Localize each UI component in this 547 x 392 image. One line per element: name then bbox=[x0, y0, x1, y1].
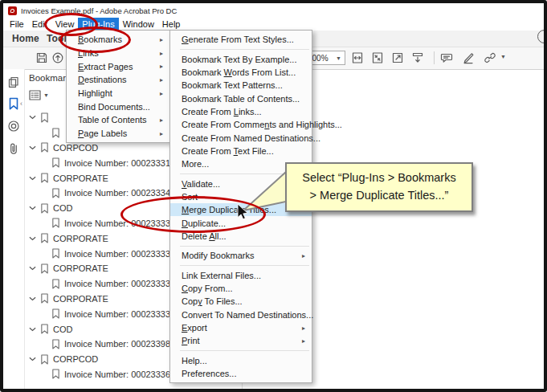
chevron-expand-icon[interactable] bbox=[29, 266, 36, 271]
menu-item-help[interactable]: Help... bbox=[170, 354, 312, 367]
bookmark-title: CORPCOD bbox=[53, 354, 98, 364]
menu-item-modify-bookmarks[interactable]: Modify Bookmarks▸ bbox=[170, 249, 312, 262]
highlight-pen-icon[interactable] bbox=[462, 51, 475, 64]
menubar-view[interactable]: View bbox=[51, 18, 79, 31]
bookmark-icon bbox=[40, 263, 49, 274]
chevron-expand-icon[interactable] bbox=[29, 176, 36, 181]
submenu-arrow-icon: ▸ bbox=[160, 63, 163, 70]
menu-item-delete-all[interactable]: Delete All... bbox=[170, 230, 312, 243]
bookmark-title: COD bbox=[53, 325, 72, 334]
menu-item-export[interactable]: Export▸ bbox=[170, 321, 312, 334]
submenu-arrow-icon: ▸ bbox=[160, 76, 163, 84]
bookmark-options-button[interactable]: ▼ bbox=[29, 90, 49, 100]
menu-item-bind-documents[interactable]: Bind Documents... bbox=[67, 100, 169, 113]
search-icon[interactable] bbox=[537, 30, 547, 43]
menu-separator bbox=[180, 49, 309, 50]
menu-item-bookmarks[interactable]: Bookmarks▸ bbox=[67, 33, 169, 47]
submenu-arrow-icon: ▸ bbox=[160, 130, 163, 137]
attachments-icon[interactable] bbox=[7, 142, 20, 155]
bookmarks-icon[interactable] bbox=[7, 97, 20, 110]
menu-item-copy-to-files[interactable]: Copy To Files... bbox=[170, 295, 312, 308]
menubar-file[interactable]: File bbox=[6, 18, 28, 31]
menubar-help[interactable]: Help bbox=[158, 18, 185, 31]
menubar-edit[interactable]: Edit bbox=[28, 18, 51, 31]
bookmark-title: Invoice Number: 00023398 bbox=[64, 339, 170, 349]
bookmark-title: CORPORATE bbox=[53, 174, 108, 183]
menu-item-page-labels[interactable]: Page Labels▸ bbox=[67, 127, 169, 141]
bookmark-title: CORPCOD bbox=[53, 143, 98, 153]
chevron-expand-icon[interactable] bbox=[29, 206, 36, 210]
menu-item-print[interactable]: Print▸ bbox=[170, 334, 312, 347]
menu-item-link-external-files[interactable]: Link External Files... bbox=[170, 269, 312, 282]
menu-item-bookmark-text-by-example[interactable]: Bookmark Text By Example... bbox=[170, 52, 312, 65]
submenu-arrow-icon: ▸ bbox=[302, 337, 305, 345]
submenu-arrow-icon: ▸ bbox=[160, 36, 163, 43]
menu-item-copy-from[interactable]: Copy From... bbox=[170, 282, 312, 295]
chevron-down-icon: ▼ bbox=[43, 92, 49, 98]
menu-item-create-from-links[interactable]: Create From Links... bbox=[170, 105, 312, 118]
bookmark-icon bbox=[51, 369, 60, 379]
tab-home[interactable]: Home bbox=[12, 33, 39, 44]
submenu-arrow-icon: ▸ bbox=[160, 90, 163, 97]
menu-item-generate-from-text-styles[interactable]: Generate From Text Styles... bbox=[170, 33, 312, 46]
bookmark-title: COD bbox=[53, 203, 72, 213]
chevron-expand-icon[interactable] bbox=[29, 357, 36, 361]
link-caret-icon[interactable]: ▼ bbox=[500, 54, 506, 59]
fit-width-icon[interactable] bbox=[351, 51, 364, 64]
navigation-rail: ‹ bbox=[3, 69, 25, 389]
comment-icon[interactable] bbox=[440, 51, 453, 64]
menu-item-preferences[interactable]: Preferences... bbox=[170, 367, 312, 380]
bookmark-icon bbox=[51, 188, 60, 198]
fit-page-icon[interactable] bbox=[371, 51, 384, 64]
menu-item-bookmark-text-patterns[interactable]: Bookmark Text Patterns... bbox=[170, 79, 312, 92]
acrobat-window: Invoices Example.pdf - Adobe Acrobat Pro… bbox=[0, 0, 547, 392]
plugins-menu: Bookmarks▸Links▸Extract Pages▸Destinatio… bbox=[66, 30, 170, 143]
bookmark-title: Invoice Number: 00023333 bbox=[64, 249, 170, 259]
callout-note: Select “Plug-Ins > Bookmarks > Merge Dup… bbox=[285, 162, 473, 212]
chevron-expand-icon[interactable] bbox=[29, 296, 36, 301]
menu-item-duplicate[interactable]: Duplicate... bbox=[170, 216, 312, 229]
bookmark-icon bbox=[40, 354, 49, 365]
fullscreen-icon[interactable] bbox=[391, 51, 404, 64]
menu-item-create-from-named-destinations[interactable]: Create From Named Destinations... bbox=[170, 131, 312, 144]
menu-item-bookmark-words-from-list[interactable]: Bookmark Words From List... bbox=[170, 66, 312, 79]
menu-item-create-from-text-file[interactable]: Create From Text File... bbox=[170, 145, 312, 157]
scroll-mode-icon[interactable] bbox=[411, 51, 424, 64]
chevron-expand-icon[interactable] bbox=[29, 115, 36, 120]
toolbar-separator bbox=[434, 51, 435, 64]
menu-item-destinations[interactable]: Destinations▸ bbox=[67, 73, 169, 87]
menu-item-create-from-comments-and-highlights[interactable]: Create From Comments and Highlights... bbox=[170, 118, 312, 131]
menu-item-highlight[interactable]: Highlight▸ bbox=[67, 87, 169, 100]
chevron-expand-icon[interactable] bbox=[29, 327, 36, 332]
menu-item-links[interactable]: Links▸ bbox=[67, 47, 169, 60]
link-icon[interactable] bbox=[484, 51, 496, 64]
chevron-expand-icon[interactable] bbox=[29, 236, 36, 241]
bookmark-options-icon bbox=[29, 90, 41, 100]
bookmark-title: CORPORATE bbox=[53, 234, 108, 243]
panel-collapse-icon[interactable]: ‹ bbox=[20, 100, 22, 108]
submenu-arrow-icon: ▸ bbox=[302, 252, 305, 259]
submenu-arrow-icon: ▸ bbox=[160, 50, 163, 57]
bookmark-icon bbox=[51, 279, 60, 289]
save-icon[interactable] bbox=[35, 51, 48, 64]
callout-line-2: > Merge Duplicate Titles...” bbox=[287, 187, 471, 205]
bookmark-icon bbox=[40, 233, 49, 243]
menu-item-bookmark-table-of-contents[interactable]: Bookmark Table of Contents... bbox=[170, 92, 312, 104]
menubar-window[interactable]: Window bbox=[119, 18, 158, 31]
submenu-arrow-icon: ▸ bbox=[160, 116, 163, 124]
bookmark-title: Invoice Number: 00023333 bbox=[64, 309, 170, 319]
menu-item-table-of-contents[interactable]: Table of Contents▸ bbox=[67, 113, 169, 127]
bookmark-icon bbox=[40, 112, 49, 123]
menubar-plug-ins[interactable]: Plug-Ins bbox=[78, 18, 118, 31]
bookmark-icon bbox=[40, 293, 49, 304]
chevron-expand-icon[interactable] bbox=[29, 145, 36, 150]
share-upload-icon[interactable] bbox=[51, 51, 64, 64]
bookmark-icon bbox=[40, 173, 49, 183]
bookmark-title: Invoice Number: 00023333 bbox=[64, 218, 170, 228]
page-thumbnails-icon[interactable] bbox=[7, 76, 20, 88]
acrobat-icon bbox=[8, 6, 17, 15]
bookmark-icon bbox=[51, 157, 60, 168]
destinations-icon[interactable] bbox=[7, 120, 20, 133]
menu-item-extract-pages[interactable]: Extract Pages▸ bbox=[67, 59, 169, 73]
menu-item-convert-to-named-destinations[interactable]: Convert To Named Destinations... bbox=[170, 308, 312, 321]
